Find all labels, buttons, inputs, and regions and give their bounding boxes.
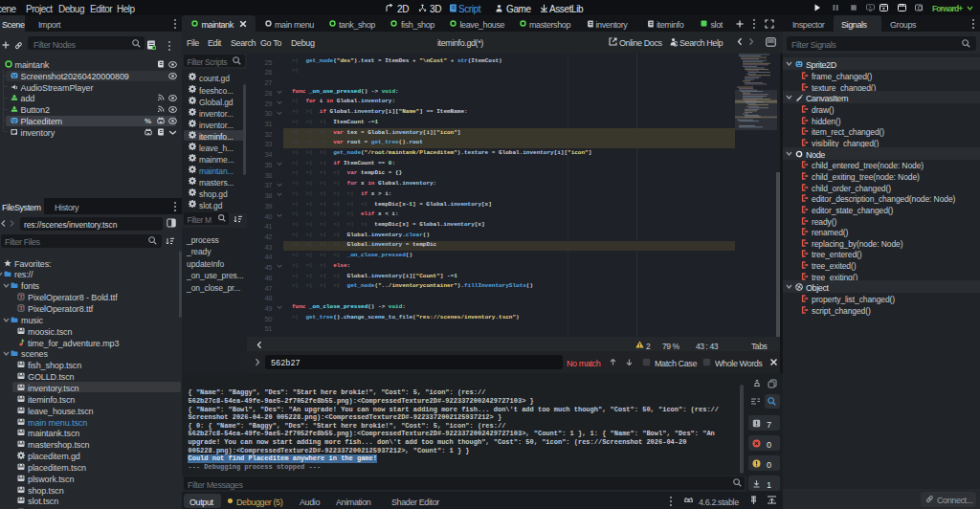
svg-text:T: T	[19, 304, 24, 312]
svg-text:T: T	[19, 293, 24, 300]
